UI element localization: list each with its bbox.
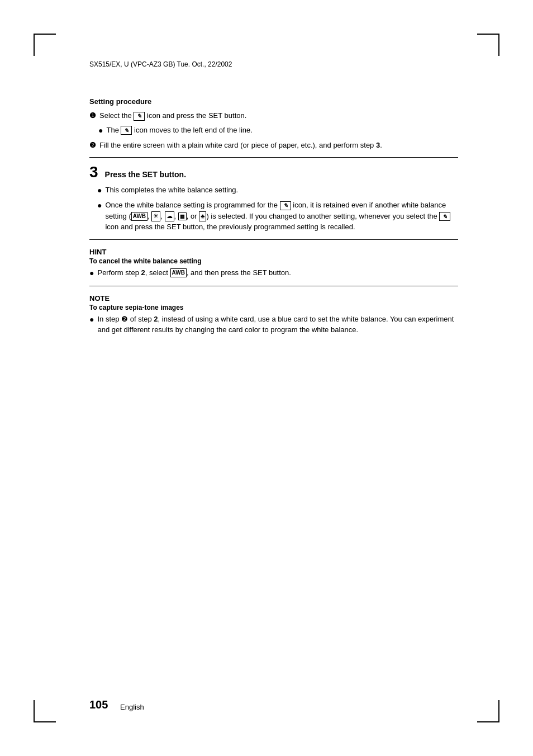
- header-text: SX515/EX, U (VPC-AZ3 GB) Tue. Oct., 22/2…: [89, 60, 232, 68]
- step-1-sub-text: The ✎ icon moves to the left end of the …: [106, 125, 252, 136]
- step-1-number: ❶: [89, 110, 96, 121]
- hint-content: ● Perform step 2, select AWB, and then p…: [89, 267, 458, 279]
- divider-2: [89, 239, 458, 240]
- corner-mark-tl: [34, 34, 56, 56]
- note-content: ● In step ❷ of step 2, instead of using …: [89, 314, 458, 336]
- setting-procedure-section: Setting procedure ❶ Select the ✎ icon an…: [89, 97, 458, 150]
- step3-bullet-2: ● Once the white balance setting is prog…: [97, 200, 458, 233]
- sun-icon: ☀: [151, 211, 160, 221]
- fluor-icon: ▦: [178, 212, 187, 221]
- person-icon: ♣: [199, 211, 206, 221]
- page-number: 105: [89, 698, 108, 711]
- hint-text: Perform step 2, select AWB, and then pre…: [97, 267, 291, 278]
- pencil-icon-2: ✎: [121, 126, 132, 135]
- pencil-icon-4: ✎: [439, 212, 450, 221]
- step-2-number: ❷: [89, 140, 96, 151]
- corner-mark-bl: [34, 700, 56, 722]
- step3-header: 3 Press the SET button.: [89, 164, 458, 180]
- divider-3: [89, 286, 458, 286]
- corner-mark-br: [477, 700, 499, 722]
- step3-label: Press the SET button.: [105, 170, 186, 179]
- hint-bullet: ●: [89, 267, 94, 279]
- step-1-sub: ● The ✎ icon moves to the left end of th…: [89, 125, 458, 136]
- step3-section: 3 Press the SET button. ● This completes…: [89, 164, 458, 233]
- step3-number: 3: [89, 164, 98, 180]
- note-subtitle: To capture sepia-tone images: [89, 304, 458, 311]
- pencil-icon-3: ✎: [280, 201, 291, 210]
- step3-bullets: ● This completes the white balance setti…: [89, 185, 458, 233]
- note-text: In step ❷ of step 2, instead of using a …: [97, 314, 458, 336]
- page-language: English: [120, 700, 144, 711]
- note-bullet: ●: [89, 314, 94, 325]
- pencil-icon-1: ✎: [134, 112, 145, 121]
- hint-title: HINT: [89, 248, 458, 256]
- step3-bullet-1: ● This completes the white balance setti…: [97, 185, 458, 196]
- bullet-step3-2: ●: [97, 200, 102, 211]
- hint-subtitle: To cancel the white balance setting: [89, 257, 458, 265]
- bullet-1: ●: [98, 125, 103, 136]
- main-content: Setting procedure ❶ Select the ✎ icon an…: [89, 89, 458, 339]
- bullet-step3-1: ●: [97, 185, 102, 196]
- step3-bullet-1-text: This completes the white balance setting…: [105, 185, 238, 196]
- cloud-icon: ☁: [165, 211, 174, 221]
- setting-procedure-title: Setting procedure: [89, 97, 458, 106]
- corner-mark-tr: [477, 34, 499, 56]
- awb-icon-hint: AWB: [170, 268, 187, 277]
- step3-bullet-2-text: Once the white balance setting is progra…: [105, 200, 458, 233]
- page: SX515/EX, U (VPC-AZ3 GB) Tue. Oct., 22/2…: [0, 0, 533, 756]
- note-section: NOTE To capture sepia-tone images ● In s…: [89, 294, 458, 336]
- note-title: NOTE: [89, 294, 458, 303]
- step-2-text: Fill the entire screen with a plain whit…: [99, 140, 382, 151]
- divider-1: [89, 157, 458, 158]
- step-1-text: Select the ✎ icon and press the SET butt…: [99, 110, 246, 121]
- hint-section: HINT To cancel the white balance setting…: [89, 248, 458, 279]
- step-2: ❷ Fill the entire screen with a plain wh…: [89, 140, 458, 151]
- step-1: ❶ Select the ✎ icon and press the SET bu…: [89, 110, 458, 121]
- awb-icon-1: AWB: [131, 212, 147, 221]
